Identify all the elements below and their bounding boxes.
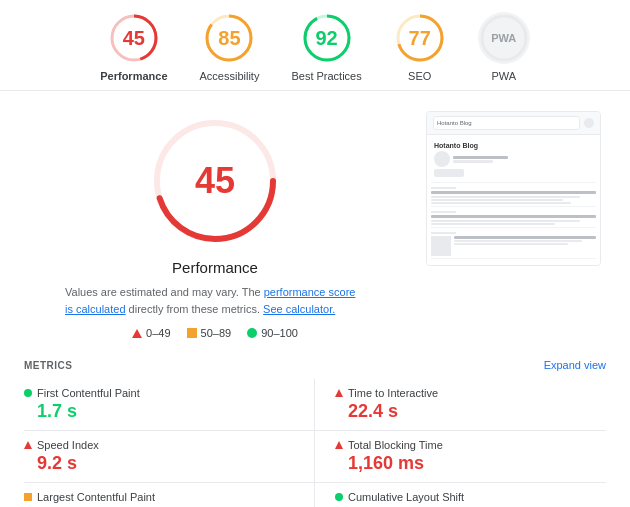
ss-article-body xyxy=(454,243,568,245)
best-practices-score: 92 xyxy=(315,27,337,50)
lcp-indicator xyxy=(24,493,32,501)
accessibility-label: Accessibility xyxy=(200,70,260,82)
ss-thumb xyxy=(431,236,451,256)
fcp-value: 1.7 s xyxy=(24,401,294,422)
ss-line xyxy=(453,156,508,159)
big-score: 45 xyxy=(195,160,235,202)
ss-header: Hotanto Blog xyxy=(431,139,596,183)
legend-fail: 0–49 xyxy=(132,327,170,339)
pass-icon xyxy=(247,328,257,338)
accessibility-score: 85 xyxy=(218,27,240,50)
seo-score: 77 xyxy=(409,27,431,50)
ss-article-body xyxy=(431,202,571,204)
url-bar: Hotanto Blog xyxy=(433,116,580,130)
metric-tti-name-row: Time to Interactive xyxy=(335,387,606,399)
fail-range: 0–49 xyxy=(146,327,170,339)
big-gauge: 45 xyxy=(145,111,285,251)
performance-label: Performance xyxy=(100,70,167,82)
screenshot-panel: Hotanto Blog Hotanto Blog xyxy=(426,111,606,347)
fcp-label: First Contentful Paint xyxy=(37,387,140,399)
legend-average: 50–89 xyxy=(187,327,232,339)
ss-avatar-row xyxy=(434,151,593,167)
cls-indicator xyxy=(335,493,343,501)
performance-circle: 45 xyxy=(108,12,160,64)
ss-article-body xyxy=(454,240,582,242)
metrics-label: METRICS xyxy=(24,360,73,371)
ss-date xyxy=(431,187,456,189)
browser-bar: Hotanto Blog xyxy=(427,112,600,135)
fail-icon xyxy=(132,329,142,338)
performance-score: 45 xyxy=(123,27,145,50)
tab-performance[interactable]: 45 Performance xyxy=(100,12,167,82)
tab-pwa[interactable]: PWA PWA xyxy=(478,12,530,82)
ss-line xyxy=(453,160,493,163)
ss-date xyxy=(431,232,456,234)
metric-tbt-name-row: Total Blocking Time xyxy=(335,439,606,451)
ss-text-lines xyxy=(453,156,508,163)
metric-cls: Cumulative Layout Shift 0 xyxy=(315,483,606,507)
si-label: Speed Index xyxy=(37,439,99,451)
si-indicator xyxy=(24,441,32,449)
si-value: 9.2 s xyxy=(24,453,294,474)
metrics-section: METRICS Expand view First Contentful Pai… xyxy=(0,347,630,507)
ss-article-body xyxy=(431,196,580,198)
ss-avatar xyxy=(434,151,450,167)
metrics-header: METRICS Expand view xyxy=(24,359,606,371)
perf-description: Values are estimated and may vary. The p… xyxy=(65,284,365,317)
legend-pass: 90–100 xyxy=(247,327,298,339)
tti-value: 22.4 s xyxy=(335,401,606,422)
ss-article-body xyxy=(431,223,555,225)
average-icon xyxy=(187,328,197,338)
tti-label: Time to Interactive xyxy=(348,387,438,399)
main-content: 45 Performance Values are estimated and … xyxy=(0,91,630,347)
tab-seo[interactable]: 77 SEO xyxy=(394,12,446,82)
metric-si-name-row: Speed Index xyxy=(24,439,294,451)
metrics-grid: First Contentful Paint 1.7 s Time to Int… xyxy=(24,379,606,507)
reload-icon xyxy=(584,118,594,128)
pwa-circle: PWA xyxy=(478,12,530,64)
avg-range: 50–89 xyxy=(201,327,232,339)
tbt-value: 1,160 ms xyxy=(335,453,606,474)
ss-article-2 xyxy=(431,209,596,228)
cls-label: Cumulative Layout Shift xyxy=(348,491,464,503)
score-legend: 0–49 50–89 90–100 xyxy=(132,327,298,339)
ss-article-title xyxy=(431,191,596,194)
ss-article-3 xyxy=(431,230,596,259)
tbt-indicator xyxy=(335,441,343,449)
lcp-label: Largest Contentful Paint xyxy=(37,491,155,503)
tab-best-practices[interactable]: 92 Best Practices xyxy=(291,12,361,82)
metric-tti: Time to Interactive 22.4 s xyxy=(315,379,606,431)
pwa-label: PWA xyxy=(491,70,516,82)
ss-article-title xyxy=(454,236,596,239)
metric-cls-name-row: Cumulative Layout Shift xyxy=(335,491,606,503)
tbt-label: Total Blocking Time xyxy=(348,439,443,451)
metric-fcp: First Contentful Paint 1.7 s xyxy=(24,379,315,431)
ss-article-body xyxy=(431,220,580,222)
calc-link[interactable]: See calculator. xyxy=(263,303,335,315)
expand-view-button[interactable]: Expand view xyxy=(544,359,606,371)
best-practices-circle: 92 xyxy=(301,12,353,64)
ss-article-title xyxy=(431,215,596,218)
performance-panel: 45 Performance Values are estimated and … xyxy=(24,111,406,347)
accessibility-circle: 85 xyxy=(203,12,255,64)
pass-range: 90–100 xyxy=(261,327,298,339)
metric-lcp-name-row: Largest Contentful Paint xyxy=(24,491,294,503)
seo-circle: 77 xyxy=(394,12,446,64)
screenshot-frame: Hotanto Blog Hotanto Blog xyxy=(426,111,601,266)
seo-label: SEO xyxy=(408,70,431,82)
ss-article-body xyxy=(431,199,563,201)
tti-indicator xyxy=(335,389,343,397)
pwa-icon: PWA xyxy=(491,32,516,44)
perf-title: Performance xyxy=(172,259,258,276)
fcp-indicator xyxy=(24,389,32,397)
screenshot-content: Hotanto Blog xyxy=(427,135,600,265)
score-tabs: 45 Performance 85 Accessibility 92 Best … xyxy=(0,0,630,91)
ss-button xyxy=(434,169,464,177)
ss-article-1 xyxy=(431,185,596,207)
metric-fcp-name-row: First Contentful Paint xyxy=(24,387,294,399)
metric-lcp: Largest Contentful Paint 3.9 s xyxy=(24,483,315,507)
best-practices-label: Best Practices xyxy=(291,70,361,82)
metric-si: Speed Index 9.2 s xyxy=(24,431,315,483)
tab-accessibility[interactable]: 85 Accessibility xyxy=(200,12,260,82)
ss-date xyxy=(431,211,456,213)
